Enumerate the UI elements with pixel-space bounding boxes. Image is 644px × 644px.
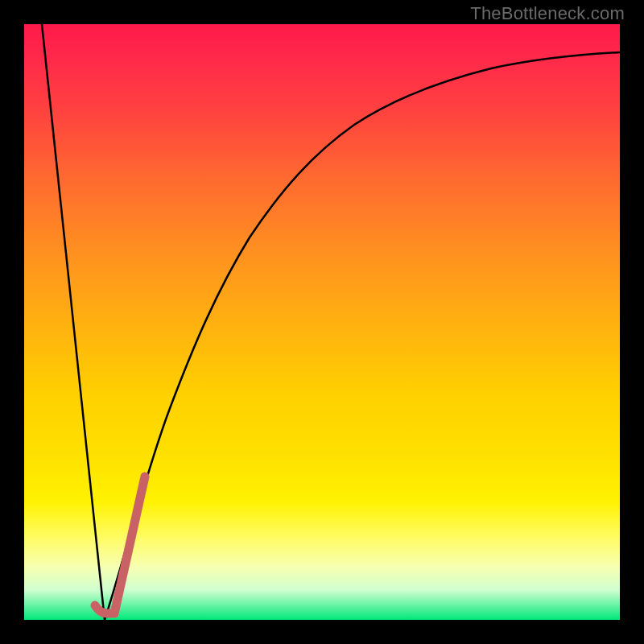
watermark-text: TheBottleneck.com — [470, 3, 625, 24]
right-curve-line — [105, 52, 620, 620]
left-descent-line — [42, 24, 105, 620]
chart-frame: TheBottleneck.com — [0, 0, 644, 644]
curve-layer — [24, 24, 620, 620]
plot-area — [24, 24, 620, 620]
